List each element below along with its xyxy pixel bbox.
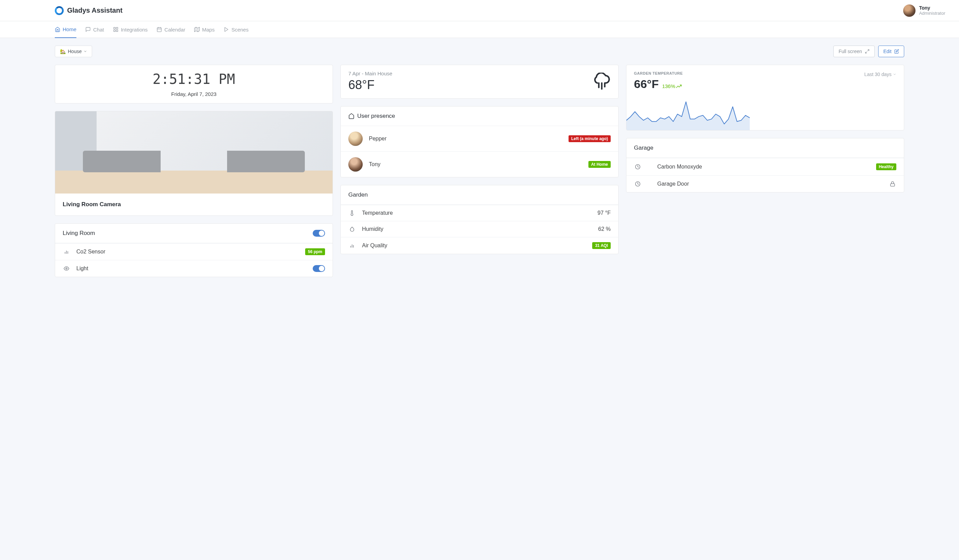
- list-item: Tony At Home: [341, 151, 618, 177]
- user-menu[interactable]: Tony Administrator: [903, 5, 945, 17]
- svg-point-17: [66, 268, 67, 269]
- temperature-value: 97 °F: [597, 210, 611, 216]
- garage-title: Garage: [626, 138, 904, 158]
- chat-icon: [85, 27, 91, 32]
- air-quality-badge: 31 AQI: [592, 242, 611, 249]
- svg-marker-11: [225, 27, 228, 32]
- humidity-value: 62 %: [598, 226, 611, 232]
- expand-icon: [865, 49, 870, 54]
- clock-date: Friday, April 7, 2023: [55, 87, 333, 103]
- nav-calendar[interactable]: Calendar: [156, 21, 185, 38]
- carbon-monoxide-label: Carbon Monoxyde: [657, 164, 870, 170]
- status-badge: At Home: [588, 161, 611, 168]
- home-icon: [55, 27, 60, 32]
- temperature-label: Temperature: [362, 210, 591, 216]
- list-item: Pepper Left (a minute ago): [341, 126, 618, 151]
- list-item: Humidity 62 %: [341, 221, 618, 237]
- house-selector[interactable]: 🏡 House: [55, 46, 92, 57]
- list-item: Carbon Monoxyde Healthy: [626, 158, 904, 175]
- rain-icon: [593, 73, 611, 91]
- air-quality-label: Air Quality: [362, 242, 586, 249]
- app-logo[interactable]: Gladys Assistant: [55, 6, 123, 15]
- map-icon: [194, 27, 200, 32]
- trend-up-icon: [676, 84, 682, 89]
- weather-temp: 68°F: [348, 78, 392, 92]
- edit-button[interactable]: Edit: [878, 46, 904, 57]
- garden-temp-label: Garden Temperature: [634, 71, 683, 75]
- nav-chat[interactable]: Chat: [85, 21, 104, 38]
- clock-card: 2:51:31 PM Friday, April 7, 2023: [55, 65, 333, 103]
- play-icon: [224, 27, 229, 32]
- svg-rect-4: [157, 28, 161, 32]
- nav-integrations[interactable]: Integrations: [113, 21, 148, 38]
- nav-home[interactable]: Home: [55, 21, 76, 38]
- avatar: [903, 5, 916, 17]
- presence-title: User presence: [357, 113, 395, 119]
- light-label: Light: [76, 266, 307, 272]
- clock-icon: [634, 181, 642, 187]
- chevron-down-icon: [84, 50, 87, 53]
- list-item: Temperature 97 °F: [341, 205, 618, 221]
- nav-maps[interactable]: Maps: [194, 21, 215, 38]
- avatar: [348, 132, 363, 146]
- eye-icon: [63, 266, 70, 271]
- bar-chart-icon: [348, 243, 356, 248]
- calendar-icon: [156, 27, 162, 32]
- list-item: Air Quality 31 AQI: [341, 237, 618, 254]
- living-room-title: Living Room: [63, 230, 95, 237]
- fullscreen-button[interactable]: Full screen: [833, 46, 875, 57]
- garage-door-label: Garage Door: [657, 181, 883, 187]
- co-badge: Healthy: [876, 163, 896, 170]
- svg-marker-8: [194, 27, 200, 32]
- user-role: Administrator: [919, 11, 945, 16]
- svg-rect-1: [116, 27, 118, 29]
- weather-date: 7 Apr - Main House: [348, 70, 392, 76]
- app-title: Gladys Assistant: [67, 6, 123, 14]
- camera-image: [55, 111, 333, 194]
- co2-label: Co2 Sensor: [76, 249, 299, 255]
- clock-icon: [634, 164, 642, 170]
- garage-card: Garage Carbon Monoxyde Healthy Garage Do…: [626, 138, 904, 192]
- nav-scenes[interactable]: Scenes: [224, 21, 249, 38]
- presence-name: Tony: [369, 161, 582, 167]
- svg-rect-2: [116, 30, 118, 32]
- avatar: [348, 157, 363, 172]
- logo-icon: [55, 6, 64, 15]
- svg-rect-3: [114, 30, 115, 32]
- status-badge: Left (a minute ago): [569, 135, 611, 142]
- garden-temp-change: 136%: [662, 83, 675, 89]
- svg-rect-26: [890, 184, 895, 186]
- living-room-card: Living Room Co2 Sensor 56 ppm Light: [55, 223, 333, 277]
- co2-badge: 56 ppm: [305, 248, 325, 255]
- light-toggle[interactable]: [313, 265, 325, 272]
- camera-title: Living Room Camera: [55, 194, 333, 215]
- svg-line-13: [865, 52, 867, 53]
- clock-time: 2:51:31 PM: [55, 65, 333, 87]
- garden-card: Garden Temperature 97 °F Humidity 62 % A…: [341, 185, 618, 254]
- range-selector[interactable]: Last 30 days: [865, 71, 896, 77]
- weather-card: 7 Apr - Main House 68°F: [341, 65, 618, 99]
- edit-icon: [894, 49, 899, 54]
- garden-temp-card: Garden Temperature Last 30 days 66°F 136…: [626, 65, 904, 130]
- list-item: Co2 Sensor 56 ppm: [55, 243, 333, 260]
- droplet-icon: [348, 226, 356, 232]
- thermometer-icon: [348, 210, 356, 216]
- bar-chart-icon: [63, 249, 70, 255]
- temp-sparkline: [626, 99, 750, 130]
- svg-line-12: [868, 50, 869, 51]
- presence-name: Pepper: [369, 136, 562, 142]
- humidity-label: Humidity: [362, 226, 592, 232]
- house-emoji-icon: 🏡: [60, 49, 66, 54]
- chevron-down-icon: [893, 73, 896, 76]
- list-item: Garage Door: [626, 175, 904, 192]
- presence-card: User presence Pepper Left (a minute ago)…: [341, 106, 618, 177]
- living-room-toggle[interactable]: [313, 230, 325, 237]
- home-icon: [348, 113, 355, 119]
- lock-icon: [889, 181, 896, 187]
- garden-temp-value: 66°F: [634, 77, 659, 91]
- grid-icon: [113, 27, 118, 32]
- camera-card: Living Room Camera: [55, 111, 333, 216]
- list-item: Light: [55, 260, 333, 277]
- user-name: Tony: [919, 5, 945, 11]
- svg-rect-0: [114, 27, 115, 29]
